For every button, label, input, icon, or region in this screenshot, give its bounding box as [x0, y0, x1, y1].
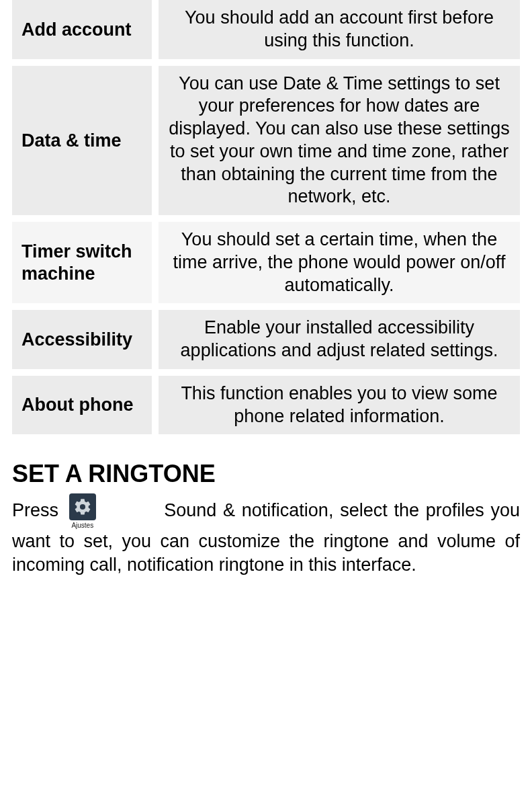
table-row: Accessibility Enable your installed acce…	[12, 310, 520, 369]
gear-icon	[69, 493, 96, 520]
row-label: Accessibility	[12, 310, 152, 369]
table-row: Timer switch machine You should set a ce…	[12, 222, 520, 303]
row-label: Add account	[12, 0, 152, 59]
table-row: Add account You should add an account fi…	[12, 0, 520, 59]
row-description: You should add an account first before u…	[159, 0, 520, 59]
table-row: About phone This function enables you to…	[12, 376, 520, 435]
table-row: Data & time You can use Date & Time sett…	[12, 66, 520, 216]
ringtone-paragraph: Press Ajustes Sound & notification, sele…	[12, 493, 520, 577]
row-label: Timer switch machine	[12, 222, 152, 303]
icon-caption: Ajustes	[71, 521, 93, 530]
row-description: Enable your installed accessibility appl…	[159, 310, 520, 369]
settings-table: Add account You should add an account fi…	[12, 0, 520, 434]
row-description: You can use Date & Time settings to set …	[159, 66, 520, 216]
settings-app-icon: Ajustes	[69, 493, 96, 530]
section-heading: SET A RINGTONE	[12, 460, 520, 488]
row-label: About phone	[12, 376, 152, 435]
row-description: You should set a certain time, when the …	[159, 222, 520, 303]
press-text: Press	[12, 500, 58, 520]
row-description: This function enables you to view some p…	[159, 376, 520, 435]
row-label: Data & time	[12, 66, 152, 216]
